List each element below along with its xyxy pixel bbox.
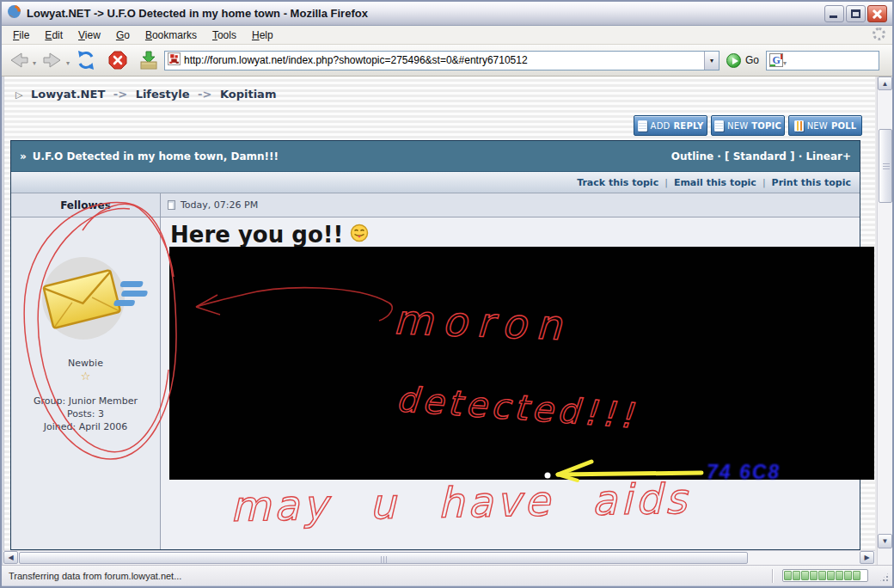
- topic-title: U.F.O Detected in my home town, Damn!!!: [33, 150, 279, 162]
- add-reply-label: REPLY: [673, 121, 703, 131]
- add-reply-prefix: ADD: [651, 121, 670, 131]
- vertical-scrollbar[interactable]: ▲ ▼: [877, 77, 892, 565]
- back-button[interactable]: [8, 48, 30, 72]
- forward-caret-icon[interactable]: ▾: [66, 59, 70, 67]
- stop-button[interactable]: [107, 48, 128, 72]
- horizontal-scroll-thumb[interactable]: [19, 552, 748, 564]
- progress-segment: [810, 571, 817, 580]
- forward-icon: [41, 51, 64, 70]
- member-posts: Posts: 3: [11, 407, 160, 420]
- breadcrumb-link-lifestyle[interactable]: Lifestyle: [136, 88, 190, 101]
- pipe-separator: |: [762, 177, 766, 188]
- post-timestamp: Today, 07:26 PM: [181, 199, 258, 211]
- url-bar: ▾: [164, 51, 719, 70]
- resize-grip-icon[interactable]: [879, 572, 890, 583]
- menu-bookmarks[interactable]: Bookmarks: [138, 27, 205, 44]
- author-info-column: Newbie ☆ Group: Junior Member Posts: 3 J…: [11, 217, 161, 549]
- minimize-icon: [830, 15, 837, 18]
- track-topic-link[interactable]: Track this topic: [577, 177, 658, 188]
- thumb-grip: [883, 163, 890, 169]
- url-caret-icon: ▾: [710, 57, 713, 64]
- go-play-icon: [732, 58, 738, 64]
- menu-help[interactable]: Help: [244, 27, 281, 44]
- breadcrumb-marker-icon: ▷: [15, 89, 22, 101]
- breadcrumb: ▷ Lowyat.NET -> Lifestyle -> Kopitiam: [15, 88, 276, 101]
- breadcrumb-link-kopitiam[interactable]: Kopitiam: [220, 88, 277, 101]
- status-text: Transferring data from forum.lowyat.net.…: [9, 571, 772, 581]
- minimize-button[interactable]: [824, 5, 844, 22]
- scroll-left-button[interactable]: ◀: [3, 551, 18, 564]
- thumb-grip: [381, 556, 387, 563]
- member-rank: Newbie: [11, 358, 160, 369]
- forward-button[interactable]: [41, 48, 64, 72]
- maximize-icon: [851, 9, 860, 18]
- reload-icon: [75, 50, 97, 70]
- breadcrumb-separator: ->: [113, 88, 127, 101]
- add-reply-button[interactable]: ADDREPLY: [634, 115, 707, 136]
- email-topic-link[interactable]: Email this topic: [674, 177, 756, 188]
- topic-view-modes[interactable]: Outline · [ Standard ] · Linear+: [671, 150, 851, 162]
- progress-segment: [793, 571, 800, 580]
- topic-actions-bar: Track this topic | Email this topic | Pr…: [11, 172, 860, 193]
- breadcrumb-separator: ->: [198, 88, 211, 101]
- topic-header: » U.F.O Detected in my home town, Damn!!…: [11, 141, 860, 172]
- pipe-separator: |: [664, 177, 668, 188]
- post-header-row: Fellowes Today, 07:26 PM: [11, 193, 860, 217]
- progress-cells: [784, 571, 860, 580]
- topic-bullet: »: [20, 150, 27, 162]
- rank-star-icon: ☆: [11, 370, 160, 383]
- url-input[interactable]: [184, 52, 704, 69]
- search-input[interactable]: [788, 52, 877, 68]
- statusbar-divider: [772, 569, 774, 583]
- menu-go[interactable]: Go: [108, 27, 138, 44]
- menu-tools[interactable]: Tools: [205, 27, 244, 44]
- print-topic-link[interactable]: Print this topic: [772, 177, 851, 188]
- throbber-icon: [873, 28, 885, 40]
- status-bar: Transferring data from forum.lowyat.net.…: [2, 565, 892, 585]
- post-heading-text: Here you go!!: [170, 222, 343, 248]
- download-button[interactable]: [138, 48, 159, 72]
- go-label[interactable]: Go: [745, 54, 759, 66]
- new-poll-button[interactable]: NEWPOLL: [788, 115, 862, 136]
- scroll-right-button[interactable]: ▶: [860, 551, 874, 564]
- breadcrumb-link-lowyat[interactable]: Lowyat.NET: [31, 88, 105, 101]
- firefox-icon: [7, 4, 21, 22]
- menu-view[interactable]: View: [70, 27, 108, 44]
- stop-icon: [107, 50, 128, 70]
- new-topic-button[interactable]: NEWTOPIC: [711, 115, 785, 136]
- search-caret-icon[interactable]: ▾: [783, 59, 787, 67]
- menu-edit[interactable]: Edit: [37, 27, 70, 44]
- avatar: [11, 250, 160, 349]
- site-favicon: [168, 52, 181, 69]
- window-title: Lowyat.NET -> U.F.O Detected in my home …: [27, 7, 824, 20]
- post-image[interactable]: [169, 247, 874, 480]
- reload-button[interactable]: [75, 48, 97, 72]
- url-dropdown-button[interactable]: ▾: [704, 52, 719, 70]
- back-caret-icon[interactable]: ▾: [33, 59, 36, 67]
- post-icon: [168, 200, 175, 210]
- firefox-window: Lowyat.NET -> U.F.O Detected in my home …: [0, 0, 894, 588]
- horizontal-scrollbar[interactable]: ◀ ▶: [3, 550, 875, 565]
- progress-segment: [853, 571, 860, 580]
- go-button[interactable]: [726, 53, 741, 68]
- progress-segment: [844, 571, 852, 580]
- back-icon: [8, 51, 30, 70]
- close-button[interactable]: [867, 5, 887, 22]
- search-box: G ▾: [766, 51, 879, 70]
- progress-bar: [782, 569, 868, 582]
- member-joined: Joined: April 2006: [11, 420, 160, 433]
- progress-segment: [801, 571, 809, 580]
- vertical-scroll-thumb[interactable]: [879, 129, 892, 203]
- title-bar[interactable]: Lowyat.NET -> U.F.O Detected in my home …: [2, 2, 892, 26]
- progress-segment: [836, 571, 843, 580]
- scroll-down-button[interactable]: ▼: [878, 534, 892, 548]
- scroll-up-button[interactable]: ▲: [878, 77, 892, 90]
- menu-file[interactable]: File: [5, 27, 37, 44]
- google-icon: G: [769, 53, 783, 67]
- new-poll-label: POLL: [831, 121, 856, 131]
- maximize-button[interactable]: [846, 5, 866, 22]
- author-name-link[interactable]: Fellowes: [11, 193, 161, 217]
- new-poll-prefix: NEW: [807, 121, 828, 131]
- progress-segment: [827, 571, 835, 580]
- new-topic-label: TOPIC: [751, 121, 781, 131]
